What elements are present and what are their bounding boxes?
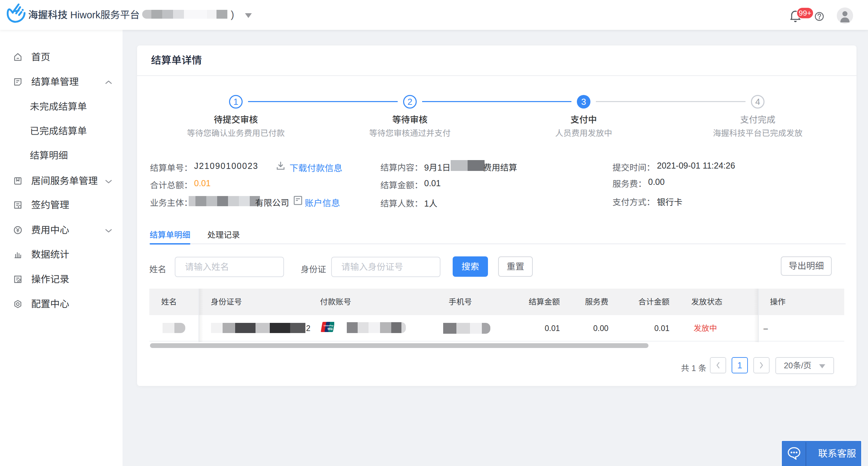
svg-text:UnionPay: UnionPay (324, 324, 334, 327)
svg-text:银联: 银联 (327, 328, 333, 331)
